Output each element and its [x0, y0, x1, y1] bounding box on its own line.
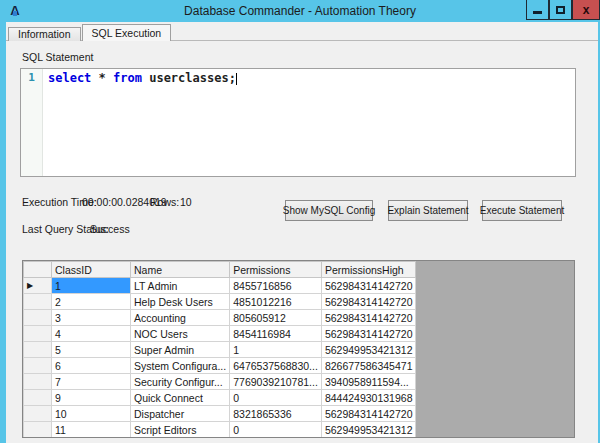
table-row[interactable]: 11Script Editors0562949953421312 — [24, 422, 416, 438]
cell-name[interactable]: NOC Users — [131, 326, 230, 342]
cell-name[interactable]: Quick Connect — [131, 390, 230, 406]
window-title: Database Commander - Automation Theory — [0, 0, 600, 22]
row-selector[interactable] — [24, 422, 52, 438]
column-header-name[interactable]: Name — [131, 262, 230, 278]
rows-value: 10 — [180, 196, 192, 208]
cell-permissions[interactable]: 805605912 — [230, 310, 322, 326]
cell-classid[interactable]: 6 — [52, 358, 131, 374]
sql-statement-label: SQL Statement — [22, 51, 93, 63]
results-grid[interactable]: ClassIDNamePermissionsPermissionsHigh ▶1… — [22, 260, 575, 438]
cell-name[interactable]: System Configura... — [131, 358, 230, 374]
column-header-classid[interactable]: ClassID — [52, 262, 131, 278]
text-caret — [236, 73, 237, 85]
cell-permissions[interactable]: 0 — [230, 422, 322, 438]
cell-permissions[interactable]: 1 — [230, 342, 322, 358]
table-row[interactable]: 2Help Desk Users485101221656298431414272… — [24, 294, 416, 310]
row-selector-header[interactable] — [24, 262, 52, 278]
title-bar[interactable]: A Database Commander - Automation Theory… — [0, 0, 600, 22]
show-mysql-config-button[interactable]: Show MySQL Config — [285, 200, 373, 221]
cell-permissions[interactable]: 8321865336 — [230, 406, 322, 422]
table-row[interactable]: ▶1LT Admin8455716856562984314142720 — [24, 278, 416, 294]
sql-token-keyword: select — [48, 71, 91, 85]
close-button[interactable]: x — [572, 0, 600, 20]
table-row[interactable]: 5Super Admin1562949953421312 — [24, 342, 416, 358]
window-border-left — [0, 22, 6, 443]
cell-permissions[interactable]: 4851012216 — [230, 294, 322, 310]
cell-classid[interactable]: 10 — [52, 406, 131, 422]
results-table: ClassIDNamePermissionsPermissionsHigh ▶1… — [23, 261, 416, 438]
cell-name[interactable]: LT Admin — [131, 278, 230, 294]
execute-statement-button[interactable]: Execute Statement — [482, 200, 562, 221]
cell-name[interactable]: Accounting — [131, 310, 230, 326]
cell-name[interactable]: Dispatcher — [131, 406, 230, 422]
tab-sql-execution[interactable]: SQL Execution — [82, 24, 172, 41]
line-number-gutter: 1 — [21, 69, 43, 176]
cell-classid[interactable]: 1 — [52, 278, 131, 294]
maximize-button[interactable] — [549, 0, 572, 20]
cell-classid[interactable]: 2 — [52, 294, 131, 310]
sql-token-plain: userclasses; — [142, 71, 236, 85]
window-controls: x — [526, 0, 600, 20]
cell-permissions[interactable]: 6476537568830... — [230, 358, 322, 374]
cell-permissionshigh[interactable]: 562984314142720 — [321, 326, 416, 342]
explain-statement-button[interactable]: Explain Statement — [388, 200, 468, 221]
cell-permissions[interactable]: 8454116984 — [230, 326, 322, 342]
cell-name[interactable]: Script Editors — [131, 422, 230, 438]
cell-name[interactable]: Help Desk Users — [131, 294, 230, 310]
cell-name[interactable]: Super Admin — [131, 342, 230, 358]
maximize-icon — [556, 6, 565, 14]
cell-classid[interactable]: 4 — [52, 326, 131, 342]
row-selector[interactable] — [24, 342, 52, 358]
sql-token-plain: * — [91, 71, 113, 85]
app-window: A Database Commander - Automation Theory… — [0, 0, 600, 443]
tab-information[interactable]: Information — [8, 27, 81, 41]
cell-permissions[interactable]: 0 — [230, 390, 322, 406]
row-selector[interactable] — [24, 390, 52, 406]
sql-code[interactable]: select * from userclasses; — [43, 69, 242, 176]
sql-token-keyword: from — [113, 71, 142, 85]
row-selector[interactable] — [24, 294, 52, 310]
cell-permissions[interactable]: 7769039210781... — [230, 374, 322, 390]
cell-permissionshigh[interactable]: 562984314142720 — [321, 406, 416, 422]
cell-classid[interactable]: 5 — [52, 342, 131, 358]
grid-header-row: ClassIDNamePermissionsPermissionsHigh — [24, 262, 416, 278]
row-selector[interactable]: ▶ — [24, 278, 52, 294]
table-row[interactable]: 7Security Configur...7769039210781...394… — [24, 374, 416, 390]
cell-permissionshigh[interactable]: 562984314142720 — [321, 310, 416, 326]
cell-permissionshigh[interactable]: 3940958911594... — [321, 374, 416, 390]
table-row[interactable]: 4NOC Users8454116984562984314142720 — [24, 326, 416, 342]
cell-permissionshigh[interactable]: 562984314142720 — [321, 278, 416, 294]
cell-classid[interactable]: 3 — [52, 310, 131, 326]
cell-classid[interactable]: 7 — [52, 374, 131, 390]
rows-label: Rows: — [150, 196, 179, 208]
row-selector[interactable] — [24, 326, 52, 342]
cell-permissionshigh[interactable]: 562949953421312 — [321, 342, 416, 358]
row-selector[interactable] — [24, 406, 52, 422]
sql-editor[interactable]: 1 select * from userclasses; — [20, 68, 576, 177]
tab-strip: Information SQL Execution — [8, 24, 172, 41]
table-row[interactable]: 9Quick Connect0844424930131968 — [24, 390, 416, 406]
cell-permissionshigh[interactable]: 562949953421312 — [321, 422, 416, 438]
cell-classid[interactable]: 9 — [52, 390, 131, 406]
table-row[interactable]: 6System Configura...6476537568830...8266… — [24, 358, 416, 374]
row-selector[interactable] — [24, 310, 52, 326]
cell-permissionshigh[interactable]: 844424930131968 — [321, 390, 416, 406]
minimize-icon — [533, 11, 542, 14]
row-selector[interactable] — [24, 374, 52, 390]
line-number: 1 — [28, 71, 35, 84]
column-header-permissionshigh[interactable]: PermissionsHigh — [321, 262, 416, 278]
cell-permissions[interactable]: 8455716856 — [230, 278, 322, 294]
cell-name[interactable]: Security Configur... — [131, 374, 230, 390]
minimize-button[interactable] — [526, 0, 549, 20]
table-row[interactable]: 10Dispatcher8321865336562984314142720 — [24, 406, 416, 422]
cell-permissionshigh[interactable]: 562984314142720 — [321, 294, 416, 310]
cell-permissionshigh[interactable]: 826677586345471 — [321, 358, 416, 374]
cell-classid[interactable]: 11 — [52, 422, 131, 438]
last-query-status-value: Success — [90, 223, 130, 235]
column-header-permissions[interactable]: Permissions — [230, 262, 322, 278]
row-selector[interactable] — [24, 358, 52, 374]
table-row[interactable]: 3Accounting805605912562984314142720 — [24, 310, 416, 326]
close-icon: x — [583, 4, 590, 16]
